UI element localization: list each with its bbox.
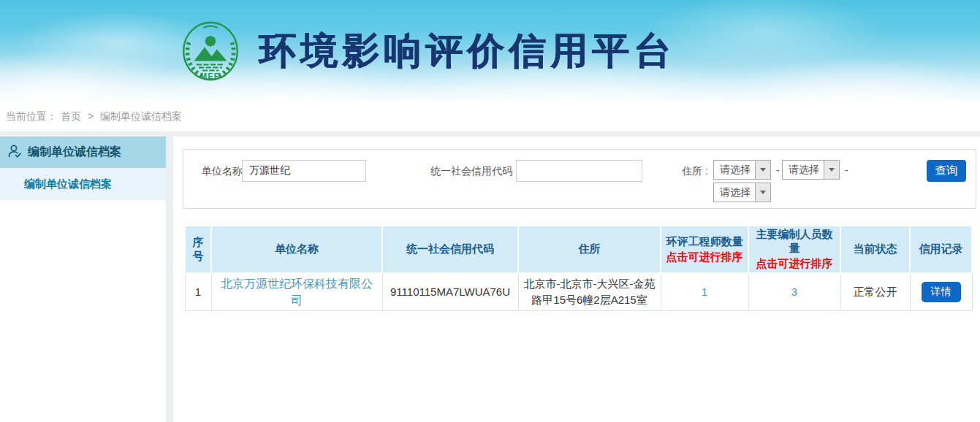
search-panel: 单位名称 : 统一社会信用代码 : 住所 : 请选择 - 请选择 - 请选择 查… xyxy=(183,149,976,209)
breadcrumb-current: 编制单位诚信档案 xyxy=(100,110,182,122)
table-row: 1 北京万源世纪环保科技有限公司 91110115MA7LWUA76U 北京市-… xyxy=(185,273,972,311)
select-value: 请选择 xyxy=(783,164,824,177)
chevron-down-icon xyxy=(824,161,839,179)
mee-logo-icon: MEE xyxy=(181,19,240,83)
sidebar: 编制单位诚信档案 编制单位诚信档案 xyxy=(0,137,166,422)
main-panel: 单位名称 : 统一社会信用代码 : 住所 : 请选择 - 请选择 - 请选择 查… xyxy=(173,137,980,422)
svg-text:MEE: MEE xyxy=(200,72,220,80)
staff-count-link[interactable]: 3 xyxy=(791,285,797,298)
sidebar-item-label: 编制单位诚信档案 xyxy=(24,177,112,191)
content-area: 编制单位诚信档案 编制单位诚信档案 单位名称 : 统一社会信用代码 : 住所 :… xyxy=(0,137,980,422)
breadcrumb: 当前位置：首页 > 编制单位诚信档案 xyxy=(0,104,980,131)
address-province-select[interactable]: 请选择 xyxy=(713,160,771,180)
search-button[interactable]: 查询 xyxy=(927,160,966,182)
engineer-count-link[interactable]: 1 xyxy=(702,285,707,298)
address-label: 住所 : xyxy=(682,165,708,178)
sidebar-section-label: 编制单位诚信档案 xyxy=(28,145,121,160)
col-engineer-count-sortable[interactable]: 环评工程师数量 点击可进行排序 xyxy=(661,226,748,273)
credit-code-label: 统一社会信用代码 : xyxy=(430,165,518,178)
col-unit-name: 单位名称 xyxy=(211,226,382,273)
unit-name-input[interactable] xyxy=(242,160,366,182)
col-label: 主要编制人员数量 xyxy=(756,228,833,254)
site-title: 环境影响评价信用平台 xyxy=(259,26,675,77)
sort-hint: 点击可进行排序 xyxy=(664,250,745,264)
breadcrumb-label: 当前位置： xyxy=(6,110,57,122)
select-value: 请选择 xyxy=(714,186,755,199)
results-table: 序号 单位名称 统一社会信用代码 住所 环评工程师数量 点击可进行排序 主要编制… xyxy=(184,225,973,311)
select-value: 请选择 xyxy=(714,164,755,177)
sort-hint: 点击可进行排序 xyxy=(751,257,837,271)
chevron-down-icon xyxy=(755,161,770,179)
breadcrumb-separator: > xyxy=(88,110,94,122)
cell-status: 正常公开 xyxy=(840,273,910,311)
credit-code-input[interactable] xyxy=(516,160,642,182)
cell-address: 北京市-北京市-大兴区-金苑路甲15号6幢2层A215室 xyxy=(518,273,661,311)
col-seq: 序号 xyxy=(185,226,211,273)
header-banner: MEE 环境影响评价信用平台 xyxy=(0,0,980,104)
col-credit-record: 信用记录 xyxy=(910,226,972,273)
vertical-divider xyxy=(166,137,173,422)
col-address: 住所 xyxy=(518,226,661,273)
col-status: 当前状态 xyxy=(840,226,910,273)
sidebar-item-credit-archive[interactable]: 编制单位诚信档案 xyxy=(0,168,166,200)
address-district-select[interactable]: 请选择 xyxy=(713,183,771,202)
user-check-icon xyxy=(7,144,22,161)
detail-button[interactable]: 详情 xyxy=(922,282,961,302)
select-separator: - xyxy=(845,164,848,176)
breadcrumb-home-link[interactable]: 首页 xyxy=(61,110,81,122)
cell-seq: 1 xyxy=(185,273,211,311)
company-name-link[interactable]: 北京万源世纪环保科技有限公司 xyxy=(221,277,373,307)
horizontal-divider xyxy=(0,131,980,137)
sidebar-section-credit-archive[interactable]: 编制单位诚信档案 xyxy=(0,137,166,168)
address-city-select[interactable]: 请选择 xyxy=(782,160,840,180)
brand: MEE 环境影响评价信用平台 xyxy=(181,18,675,85)
col-label: 环评工程师数量 xyxy=(666,235,743,248)
col-credit-code: 统一社会信用代码 xyxy=(382,226,518,273)
col-staff-count-sortable[interactable]: 主要编制人员数量 点击可进行排序 xyxy=(748,226,840,273)
cell-credit-code: 91110115MA7LWUA76U xyxy=(382,273,518,311)
chevron-down-icon xyxy=(755,183,770,202)
table-header-row: 序号 单位名称 统一社会信用代码 住所 环评工程师数量 点击可进行排序 主要编制… xyxy=(185,226,972,273)
select-separator: - xyxy=(776,164,780,176)
